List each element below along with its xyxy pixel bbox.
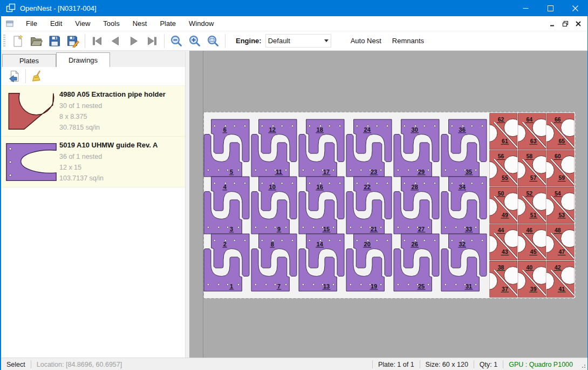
plate[interactable]: 6512111817242330293635431091615222128273… bbox=[203, 112, 576, 299]
part-number-label: 35 bbox=[466, 169, 472, 175]
zoom-out-button[interactable] bbox=[167, 33, 186, 49]
save-button[interactable] bbox=[45, 33, 64, 49]
menu-bar: FileEditViewToolsNestPlateWindow bbox=[1, 16, 587, 31]
part-number-label: 49 bbox=[502, 212, 508, 218]
first-button[interactable] bbox=[88, 33, 106, 49]
part-number-label: 9 bbox=[277, 226, 281, 232]
status-size: Size: 60 x 120 bbox=[420, 361, 474, 368]
engine-combobox[interactable]: Default bbox=[265, 34, 331, 48]
thumb-shape-red bbox=[9, 93, 53, 129]
minimize-icon[interactable] bbox=[513, 0, 538, 16]
resize-grip[interactable] bbox=[579, 363, 586, 369]
part-number-label: 13 bbox=[323, 283, 330, 290]
open-button[interactable] bbox=[27, 33, 45, 49]
part-number-label: 5 bbox=[230, 169, 233, 175]
part-number-label: 21 bbox=[371, 226, 377, 232]
part-number-label: 48 bbox=[555, 227, 561, 233]
list-item-drawing-1[interactable]: 4980 A05 Extraction pipe holder 30 of 1 … bbox=[1, 86, 185, 137]
panel-splitter[interactable] bbox=[186, 51, 189, 358]
drawing-nested: 30 of 1 nested bbox=[59, 100, 183, 111]
part-number-label: 40 bbox=[526, 264, 532, 271]
menu-item-nest[interactable]: Nest bbox=[126, 17, 154, 30]
part-number-label: 6 bbox=[223, 126, 227, 133]
window-title: OpenNest - [N0317-004] bbox=[20, 4, 97, 12]
mdi-minimize-icon[interactable] bbox=[549, 20, 556, 28]
zoom-in-button[interactable] bbox=[186, 33, 204, 49]
part-number-label: 51 bbox=[530, 212, 537, 218]
save-as-button[interactable] bbox=[64, 33, 82, 49]
drawings-list: 4980 A05 Extraction pipe holder 30 of 1 … bbox=[1, 86, 185, 358]
chevron-down-icon bbox=[324, 39, 329, 42]
open-icon bbox=[30, 35, 43, 48]
part-number-label: 26 bbox=[412, 241, 418, 247]
list-item-drawing-2[interactable]: 5019 A10 UHMW guide Rev. A 36 of 1 neste… bbox=[1, 137, 185, 187]
part-number-label: 53 bbox=[558, 212, 565, 218]
part-number-label: 31 bbox=[466, 283, 472, 290]
part-number-label: 56 bbox=[498, 153, 504, 159]
part-number-label: 43 bbox=[502, 248, 508, 255]
part-thumbnail-purple bbox=[3, 140, 59, 184]
part-number-label: 14 bbox=[317, 241, 324, 247]
part-number-label: 2 bbox=[223, 241, 227, 247]
engine-label: Engine: bbox=[236, 37, 262, 45]
main-toolbar: Engine: Default Auto Nest Remnants bbox=[1, 31, 587, 51]
part-number-label: 24 bbox=[364, 126, 371, 133]
close-icon[interactable] bbox=[563, 0, 587, 16]
zoom-fit-icon bbox=[207, 35, 220, 48]
menu-item-tools[interactable]: Tools bbox=[97, 17, 126, 30]
drawings-toolbar bbox=[1, 67, 185, 86]
tab-drawings[interactable]: Drawings bbox=[56, 52, 110, 67]
app-icon bbox=[6, 3, 16, 13]
part-number-label: 1 bbox=[230, 283, 233, 290]
previous-button[interactable] bbox=[106, 33, 125, 49]
menu-item-edit[interactable]: Edit bbox=[44, 17, 69, 30]
import-drawing-icon bbox=[8, 70, 20, 83]
next-button[interactable] bbox=[125, 33, 143, 49]
part-number-label: 17 bbox=[323, 169, 330, 175]
mdi-restore-icon[interactable] bbox=[562, 20, 569, 28]
part-number-label: 25 bbox=[418, 283, 425, 290]
status-bar: Select Location: [84.8696, 60.6957] Plat… bbox=[1, 358, 587, 370]
tab-plates[interactable]: Plates bbox=[2, 54, 56, 67]
zoom-fit-button[interactable] bbox=[204, 33, 222, 49]
drawing-title: 5019 A10 UHMW guide Rev. A bbox=[59, 141, 183, 149]
drawing-area: 103.7137 sq/in bbox=[59, 173, 183, 184]
menu-item-file[interactable]: File bbox=[19, 17, 44, 30]
menu-item-view[interactable]: View bbox=[69, 17, 97, 30]
nest-canvas[interactable]: 6512111817242330293635431091615222128273… bbox=[189, 51, 587, 358]
part-number-label: 30 bbox=[412, 126, 418, 133]
new-button[interactable] bbox=[9, 33, 27, 49]
part-number-label: 8 bbox=[271, 241, 274, 247]
part-number-label: 34 bbox=[459, 184, 466, 190]
menu-item-plate[interactable]: Plate bbox=[153, 17, 182, 30]
part-number-label: 61 bbox=[502, 138, 508, 144]
status-mode: Select bbox=[1, 361, 31, 368]
engine-value: Default bbox=[268, 37, 324, 45]
toolbar-separator bbox=[225, 34, 225, 48]
maximize-icon[interactable] bbox=[538, 0, 563, 16]
part-number-label: 7 bbox=[277, 283, 281, 290]
auto-nest-button[interactable]: Auto Nest bbox=[345, 35, 387, 47]
tab-strip: Plates Drawings bbox=[1, 51, 185, 67]
menu-item-window[interactable]: Window bbox=[182, 17, 220, 30]
part-number-label: 46 bbox=[526, 227, 532, 233]
part-number-label: 18 bbox=[317, 126, 323, 133]
toolbar-separator bbox=[164, 34, 165, 48]
import-drawing-button[interactable] bbox=[5, 68, 23, 84]
part-number-label: 33 bbox=[466, 226, 472, 232]
part-number-label: 64 bbox=[526, 116, 532, 123]
clean-button[interactable] bbox=[29, 68, 46, 84]
part-number-label: 22 bbox=[364, 184, 371, 190]
last-button[interactable] bbox=[143, 33, 161, 49]
toolbar-grip[interactable] bbox=[3, 35, 5, 48]
mdi-close-icon[interactable] bbox=[575, 20, 582, 28]
save-as-icon bbox=[66, 35, 79, 48]
window-controls bbox=[513, 0, 587, 16]
remnants-button[interactable]: Remnants bbox=[387, 35, 429, 47]
mdi-window-controls bbox=[549, 20, 587, 28]
zoom-in-icon bbox=[188, 35, 201, 48]
part-number-label: 58 bbox=[526, 153, 532, 159]
toolbar-separator bbox=[25, 69, 26, 83]
part-number-label: 52 bbox=[526, 190, 532, 197]
part-number-label: 19 bbox=[371, 283, 377, 290]
